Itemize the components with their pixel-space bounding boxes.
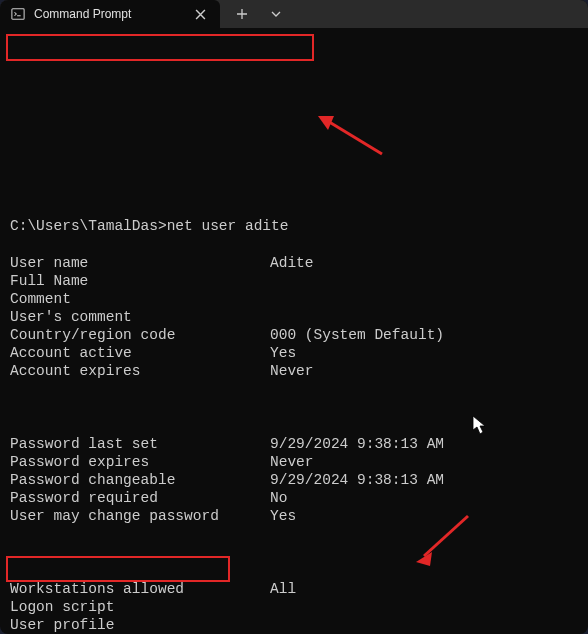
output-row: User nameAdite — [10, 254, 578, 272]
output-row: Country/region code000 (System Default) — [10, 326, 578, 344]
output-row: Workstations allowedAll — [10, 580, 578, 598]
annotation-highlight — [6, 34, 314, 61]
output-row: Full Name — [10, 272, 578, 290]
dropdown-icon[interactable] — [262, 0, 290, 28]
row-label: User may change password — [10, 507, 270, 525]
terminal-body[interactable]: C:\Users\TamalDas>net user adite User na… — [0, 28, 588, 634]
output-row: Password changeable9/29/2024 9:38:13 AM — [10, 471, 578, 489]
output-row: User may change passwordYes — [10, 507, 578, 525]
close-tab-icon[interactable] — [190, 4, 210, 24]
output-row: Password last set9/29/2024 9:38:13 AM — [10, 435, 578, 453]
row-label: Account expires — [10, 362, 270, 380]
output-row: Logon script — [10, 598, 578, 616]
titlebar-actions — [220, 0, 298, 28]
cursor-icon — [470, 414, 488, 436]
row-value: Never — [270, 453, 314, 471]
output-row: Account expiresNever — [10, 362, 578, 380]
row-value: Adite — [270, 254, 314, 272]
row-label: Workstations allowed — [10, 580, 270, 598]
output-row: User's comment — [10, 308, 578, 326]
output-row: User profile — [10, 616, 578, 634]
row-label: Password changeable — [10, 471, 270, 489]
row-value: Never — [270, 362, 314, 380]
row-value: Yes — [270, 507, 296, 525]
titlebar: Command Prompt — [0, 0, 588, 28]
row-value: No — [270, 489, 287, 507]
terminal-window: Command Prompt C:\Users\TamalD — [0, 0, 588, 634]
svg-line-1 — [326, 120, 382, 154]
row-label: Password expires — [10, 453, 270, 471]
row-value: Yes — [270, 344, 296, 362]
row-label: Password required — [10, 489, 270, 507]
row-value: 9/29/2024 9:38:13 AM — [270, 471, 444, 489]
svg-rect-0 — [12, 9, 24, 20]
row-label: Country/region code — [10, 326, 270, 344]
output-row: Password expiresNever — [10, 453, 578, 471]
row-label: Comment — [10, 290, 270, 308]
annotation-arrow — [316, 110, 390, 162]
tab-title: Command Prompt — [34, 7, 182, 21]
output-row: Password requiredNo — [10, 489, 578, 507]
row-label: User name — [10, 254, 270, 272]
command-line: C:\Users\TamalDas>net user adite — [10, 217, 578, 235]
row-label: User's comment — [10, 308, 270, 326]
row-label: User profile — [10, 616, 270, 634]
tab-command-prompt[interactable]: Command Prompt — [0, 0, 220, 28]
svg-marker-2 — [318, 116, 334, 130]
row-label: Password last set — [10, 435, 270, 453]
row-value: 000 (System Default) — [270, 326, 444, 344]
new-tab-button[interactable] — [228, 0, 256, 28]
output-row: Comment — [10, 290, 578, 308]
row-value: 9/29/2024 9:38:13 AM — [270, 435, 444, 453]
cmd-icon — [10, 6, 26, 22]
row-label: Logon script — [10, 598, 270, 616]
row-label: Account active — [10, 344, 270, 362]
row-label: Full Name — [10, 272, 270, 290]
output-row: Account activeYes — [10, 344, 578, 362]
row-value: All — [270, 580, 296, 598]
